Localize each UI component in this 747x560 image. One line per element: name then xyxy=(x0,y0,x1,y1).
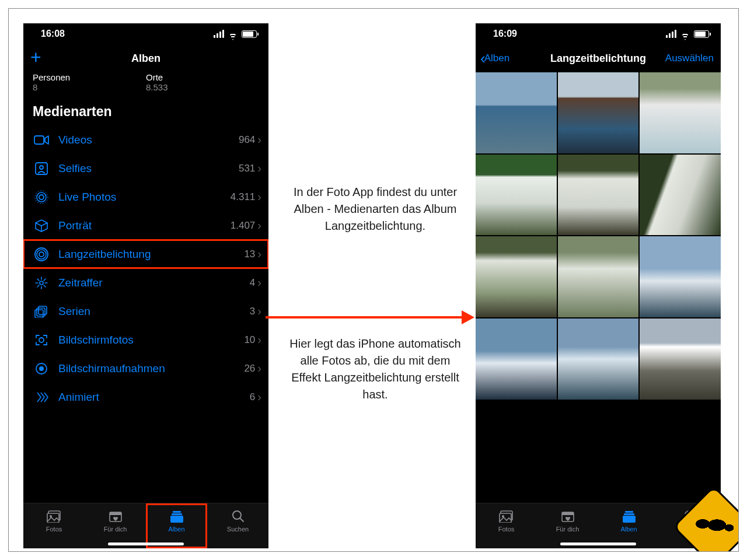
tab-label: Für dich xyxy=(104,526,127,533)
row-zeitraffer[interactable]: Zeitraffer 4 › xyxy=(23,268,268,297)
row-count: 1.407 xyxy=(231,220,256,232)
select-button[interactable]: Auswählen xyxy=(665,44,714,72)
row-count: 964 xyxy=(239,134,255,146)
screenshot-icon xyxy=(33,331,50,349)
row-videos[interactable]: Videos 964 › xyxy=(23,125,268,154)
row-serien[interactable]: Serien 3 › xyxy=(23,297,268,326)
row-livephotos[interactable]: Live Photos 4.311 › xyxy=(23,183,268,211)
photo-thumbnail[interactable] xyxy=(640,72,721,153)
svg-rect-0 xyxy=(34,136,44,144)
svg-point-6 xyxy=(39,252,44,257)
row-count: 10 xyxy=(244,334,255,346)
photo-thumbnail[interactable] xyxy=(640,155,721,236)
tab-label: Alben xyxy=(168,526,184,533)
chevron-right-icon: › xyxy=(257,190,261,204)
tab-label: Fotos xyxy=(498,526,515,533)
chevron-right-icon: › xyxy=(257,390,261,404)
chevron-right-icon: › xyxy=(257,247,261,261)
battery-icon xyxy=(694,30,709,38)
tab-bar: Fotos Für dich Alben xyxy=(23,503,268,548)
row-langzeitbelichtung[interactable]: Langzeitbelichtung 13 › xyxy=(23,240,268,268)
nav-bar: + Alben xyxy=(23,44,268,72)
clock: 16:09 xyxy=(493,29,517,39)
row-selfies[interactable]: Selfies 531 › xyxy=(23,154,268,183)
people-places-row: Personen 8 Orte 8.533 xyxy=(23,72,268,97)
photo-grid[interactable] xyxy=(476,72,721,503)
row-label: Serien xyxy=(58,305,250,318)
chevron-right-icon: › xyxy=(257,333,261,346)
row-count: 531 xyxy=(239,163,255,174)
content-area[interactable]: Personen 8 Orte 8.533 Medienarten Videos… xyxy=(23,72,268,503)
places-label: Orte xyxy=(146,72,259,82)
row-screenrecordings[interactable]: Bildschirmaufnahmen 26 › xyxy=(23,354,268,383)
row-screenshots[interactable]: Bildschirmfotos 10 › xyxy=(23,326,268,354)
cube-icon xyxy=(33,217,50,235)
add-album-button[interactable]: + xyxy=(30,48,41,66)
svg-rect-30 xyxy=(172,513,182,515)
tab-alben[interactable]: Alben xyxy=(598,503,659,548)
photo-thumbnail[interactable] xyxy=(558,236,639,317)
places-count: 8.533 xyxy=(146,82,259,92)
svg-rect-31 xyxy=(170,516,183,523)
svg-point-21 xyxy=(39,338,44,342)
chevron-right-icon: › xyxy=(257,133,261,146)
svg-line-33 xyxy=(240,518,243,522)
photo-thumbnail[interactable] xyxy=(476,318,557,400)
annotation-text-1: In der Foto App findest du unter Alben -… xyxy=(288,184,463,235)
row-label: Bildschirmaufnahmen xyxy=(58,362,244,375)
photo-thumbnail[interactable] xyxy=(476,72,557,153)
battery-icon xyxy=(242,30,257,38)
photo-thumbnail[interactable] xyxy=(558,72,639,153)
photo-thumbnail[interactable] xyxy=(476,155,557,236)
nav-bar: ‹ Alben Langzeitbelichtung Auswählen xyxy=(476,44,721,72)
svg-rect-40 xyxy=(624,513,634,515)
tab-fuerdich[interactable]: Für dich xyxy=(85,503,146,548)
phone-albums: 16:08 + Alben Personen 8 Or xyxy=(23,23,268,548)
annotation-arrow xyxy=(266,315,474,320)
tab-fotos[interactable]: Fotos xyxy=(23,503,85,548)
photo-thumbnail[interactable] xyxy=(558,318,639,400)
photos-icon xyxy=(46,509,62,523)
status-bar: 16:08 xyxy=(23,23,268,44)
row-count: 26 xyxy=(244,363,255,374)
row-label: Videos xyxy=(58,134,239,146)
longexposure-icon xyxy=(33,246,50,263)
tab-fotos[interactable]: Fotos xyxy=(476,503,537,548)
home-indicator[interactable] xyxy=(560,542,636,545)
row-label: Langzeitbelichtung xyxy=(58,248,244,261)
tab-label: Alben xyxy=(620,526,637,533)
chevron-right-icon: › xyxy=(257,304,261,318)
home-indicator[interactable] xyxy=(108,542,184,545)
section-title-medienarten: Medienarten xyxy=(23,97,268,125)
people-summary[interactable]: Personen 8 xyxy=(33,72,146,92)
tab-alben[interactable]: Alben xyxy=(146,503,207,548)
photo-thumbnail[interactable] xyxy=(640,318,721,400)
svg-rect-38 xyxy=(562,512,574,515)
back-label: Alben xyxy=(484,52,509,64)
animated-icon xyxy=(33,388,50,406)
chevron-right-icon: › xyxy=(257,219,261,232)
row-portrait[interactable]: Porträt 1.407 › xyxy=(23,211,268,240)
svg-point-2 xyxy=(40,166,43,169)
row-animiert[interactable]: Animiert 6 › xyxy=(23,383,268,411)
photo-thumbnail[interactable] xyxy=(640,236,721,317)
record-icon xyxy=(33,360,50,377)
person-square-icon xyxy=(33,160,50,177)
tab-label: Fotos xyxy=(46,526,62,533)
svg-rect-29 xyxy=(173,511,181,513)
photo-thumbnail[interactable] xyxy=(476,236,557,317)
svg-point-3 xyxy=(39,195,44,200)
photo-thumbnail[interactable] xyxy=(558,155,639,236)
row-count: 6 xyxy=(250,391,255,403)
svg-line-16 xyxy=(37,285,39,287)
svg-point-9 xyxy=(40,281,43,285)
row-label: Zeitraffer xyxy=(58,276,250,289)
timelapse-icon xyxy=(33,274,50,292)
albums-icon xyxy=(169,509,185,523)
status-icons xyxy=(214,30,257,38)
places-summary[interactable]: Orte 8.533 xyxy=(146,72,259,92)
tab-fuerdich[interactable]: Für dich xyxy=(537,503,598,548)
clock: 16:08 xyxy=(41,29,65,39)
back-button[interactable]: ‹ Alben xyxy=(480,44,509,72)
tab-suchen[interactable]: Suchen xyxy=(207,503,268,548)
